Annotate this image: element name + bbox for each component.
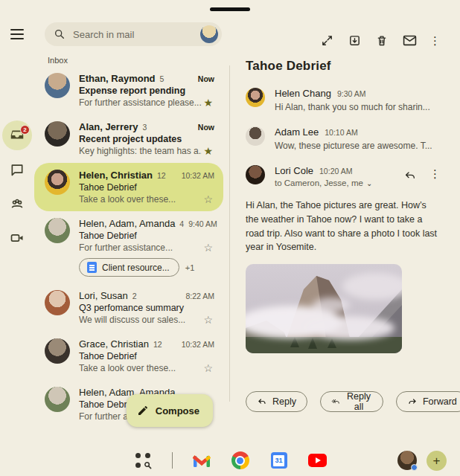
email-snippet: Take a look over these... xyxy=(79,363,202,373)
compose-button[interactable]: Compose xyxy=(127,394,213,427)
email-count: 12 xyxy=(157,171,166,180)
message-body: Hi Alan, the Tahoe pictures are great. H… xyxy=(246,199,441,254)
message-expanded: Lori Cole10:20 AM to Cameron, Jesse, me⌄… xyxy=(246,165,441,187)
reply-icon xyxy=(257,397,267,406)
attachment-chip[interactable]: Client resource... xyxy=(79,258,179,277)
yosemite-photo[interactable] xyxy=(246,264,402,353)
star-icon[interactable]: ☆ xyxy=(202,194,214,205)
message-more-icon[interactable]: ⋮ xyxy=(429,168,441,179)
attachment-chip-label: Client resource... xyxy=(102,263,170,273)
thread-actions: Reply Reply all Forward xyxy=(246,391,460,412)
email-list-item[interactable]: Alan, Jerrery3Now Recent project updates… xyxy=(34,115,223,163)
email-list-item[interactable]: Grace, Christian1210:32 AM Tahoe Debrief… xyxy=(34,332,223,380)
avatar xyxy=(45,290,70,315)
conversation-pane: ⋮ Tahoe Debrief Helen Chang9:30 AM Hi Al… xyxy=(229,0,460,445)
avatar xyxy=(45,170,70,195)
avatar xyxy=(45,121,70,147)
star-icon[interactable]: ☆ xyxy=(202,242,214,253)
reply-all-label: Reply all xyxy=(345,391,372,412)
gmail-app-window: 2 Search in mail Inbox xyxy=(0,0,460,476)
email-senders: Grace, Christian xyxy=(79,338,149,350)
gmail-app-icon[interactable] xyxy=(192,451,211,470)
email-count: 5 xyxy=(160,74,164,83)
star-icon[interactable]: ☆ xyxy=(202,315,214,325)
email-time: 9:40 AM xyxy=(184,219,217,228)
email-list: Ethan, Raymond5Now Expense report pendin… xyxy=(34,66,229,428)
rail-item-chat[interactable] xyxy=(2,155,32,184)
email-snippet: For further assistance... xyxy=(79,242,202,253)
reply-icon[interactable] xyxy=(403,168,418,183)
email-subject: Q3 perfomance summary xyxy=(79,303,214,313)
chrome-app-icon[interactable] xyxy=(231,451,250,470)
email-time: Now xyxy=(194,123,214,132)
mark-unread-icon[interactable] xyxy=(402,33,417,48)
forward-icon xyxy=(407,397,418,406)
star-icon[interactable]: ★ xyxy=(202,97,214,108)
star-icon[interactable]: ★ xyxy=(202,146,214,156)
app-drawer-icon[interactable] xyxy=(133,451,153,470)
chevron-down-icon: ⌄ xyxy=(366,179,372,187)
more-options-icon[interactable]: ⋮ xyxy=(429,33,441,48)
menu-icon[interactable] xyxy=(8,25,26,43)
search-input[interactable]: Search in mail xyxy=(45,22,222,46)
email-list-item[interactable]: Lori, Susan28:22 AM Q3 perfomance summar… xyxy=(34,283,223,332)
calendar-app-icon[interactable]: 31 xyxy=(269,451,289,470)
email-subject: Expense report pending xyxy=(79,86,214,96)
rail-item-spaces[interactable] xyxy=(2,189,32,219)
search-placeholder: Search in mail xyxy=(73,29,200,40)
email-list-pane: Search in mail Inbox Ethan, Raymond5Now … xyxy=(34,0,229,445)
email-list-item[interactable]: Helen, Adam, Amanda49:40 AM Tahoe Debrie… xyxy=(34,211,223,283)
message-time: 10:10 AM xyxy=(325,128,357,137)
search-glyph xyxy=(144,461,152,469)
email-count: 3 xyxy=(143,123,147,132)
message-collapsed[interactable]: Helen Chang9:30 AM Hi Alan, thank you so… xyxy=(246,88,441,112)
unread-badge: 2 xyxy=(20,125,30,135)
forward-button[interactable]: Forward xyxy=(396,391,460,412)
groups-icon xyxy=(9,196,25,212)
nav-rail: 2 xyxy=(0,0,34,445)
reply-button[interactable]: Reply xyxy=(246,391,307,412)
youtube-app-icon[interactable] xyxy=(308,451,328,470)
video-camera-icon xyxy=(10,231,25,245)
reply-all-icon xyxy=(331,397,340,406)
recipients-toggle[interactable]: to Cameron, Jesse, me⌄ xyxy=(275,178,372,187)
archive-icon[interactable] xyxy=(347,33,362,48)
recipients-label: to Cameron, Jesse, me xyxy=(275,178,363,187)
email-list-item-selected[interactable]: Helen, Christian1210:32 AM Tahoe Debrief… xyxy=(34,163,223,211)
email-list-item[interactable]: Ethan, Raymond5Now Expense report pendin… xyxy=(34,66,223,115)
pane-divider xyxy=(229,65,230,402)
conversation-toolbar: ⋮ xyxy=(246,0,441,48)
message-snippet: Hi Alan, thank you so much for sharin... xyxy=(275,102,430,112)
account-avatar[interactable] xyxy=(200,25,218,43)
reply-all-button[interactable]: Reply all xyxy=(320,391,383,412)
email-subject: Tahoe Debrief xyxy=(79,351,214,361)
star-icon[interactable]: ☆ xyxy=(202,363,214,373)
email-time: Now xyxy=(194,74,214,83)
search-icon xyxy=(54,28,66,40)
taskbar-profile-avatar[interactable] xyxy=(397,451,417,470)
inbox-section-label: Inbox xyxy=(48,56,229,65)
rail-item-mail[interactable]: 2 xyxy=(2,120,32,150)
email-time: 10:32 AM xyxy=(177,171,214,180)
rail-item-meet[interactable] xyxy=(2,223,32,253)
calendar-day: 31 xyxy=(273,455,284,466)
email-subject: Recent project updates xyxy=(79,134,214,144)
message-collapsed[interactable]: Adam Lee10:10 AM Wow, these picturese ar… xyxy=(246,126,441,151)
taskbar-divider xyxy=(172,452,173,469)
google-doc-icon xyxy=(87,262,97,273)
reply-label: Reply xyxy=(272,396,296,407)
email-senders: Helen, Christian xyxy=(79,170,153,181)
email-time: 8:22 AM xyxy=(181,292,214,300)
delete-icon[interactable] xyxy=(374,33,389,48)
taskbar-add-button[interactable]: + xyxy=(427,451,447,471)
message-sender: Adam Lee xyxy=(275,126,319,138)
email-senders: Lori, Susan xyxy=(79,290,128,301)
notification-dot xyxy=(411,464,418,471)
email-snippet: For further assistance please... xyxy=(79,97,202,108)
avatar xyxy=(45,73,70,98)
avatar xyxy=(45,218,70,243)
open-in-full-icon[interactable] xyxy=(319,33,334,48)
avatar xyxy=(246,88,265,107)
message-sender: Helen Chang xyxy=(275,88,331,99)
email-count: 12 xyxy=(153,340,162,349)
